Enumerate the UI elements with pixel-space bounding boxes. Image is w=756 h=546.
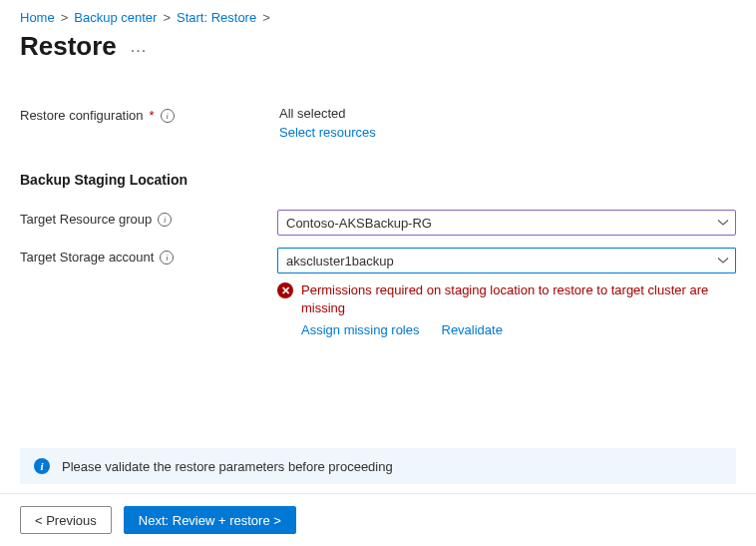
page-title: Restore: [20, 31, 117, 62]
error-icon: ✕: [277, 282, 293, 298]
info-icon[interactable]: i: [158, 213, 172, 227]
target-resource-group-value: Contoso-AKSBackup-RG: [286, 216, 432, 231]
breadcrumb-backup-center[interactable]: Backup center: [74, 10, 157, 25]
restore-config-value: All selected: [279, 106, 736, 121]
chevron-right-icon: >: [163, 10, 171, 25]
chevron-down-icon: [717, 217, 729, 229]
target-resource-group-label: Target Resource group: [20, 212, 152, 227]
select-resources-link[interactable]: Select resources: [279, 125, 736, 140]
staging-section-heading: Backup Staging Location: [20, 172, 736, 188]
more-actions-button[interactable]: ···: [131, 42, 147, 60]
storage-account-error-text: Permissions required on staging location…: [301, 281, 736, 316]
wizard-footer: < Previous Next: Review + restore >: [0, 493, 756, 546]
target-storage-account-label: Target Storage account: [20, 250, 154, 265]
target-resource-group-select[interactable]: Contoso-AKSBackup-RG: [277, 210, 736, 236]
info-icon[interactable]: i: [161, 109, 175, 123]
previous-button[interactable]: < Previous: [20, 506, 112, 534]
info-icon[interactable]: i: [160, 251, 174, 265]
breadcrumb-home[interactable]: Home: [20, 10, 55, 25]
chevron-right-icon: >: [61, 10, 69, 25]
assign-missing-roles-link[interactable]: Assign missing roles: [301, 322, 420, 337]
validation-banner-text: Please validate the restore parameters b…: [62, 459, 393, 474]
validation-banner: i Please validate the restore parameters…: [20, 448, 736, 484]
required-indicator: *: [150, 108, 155, 123]
restore-config-label: Restore configuration: [20, 108, 144, 123]
info-icon: i: [34, 458, 50, 474]
revalidate-link[interactable]: Revalidate: [442, 322, 503, 337]
target-storage-account-select[interactable]: akscluster1backup: [277, 248, 736, 273]
next-review-restore-button[interactable]: Next: Review + restore >: [124, 506, 296, 534]
breadcrumb: Home > Backup center > Start: Restore >: [20, 10, 736, 25]
breadcrumb-start-restore[interactable]: Start: Restore: [177, 10, 256, 25]
target-storage-account-value: akscluster1backup: [286, 254, 394, 269]
chevron-down-icon: [717, 255, 729, 267]
chevron-right-icon: >: [262, 10, 270, 25]
